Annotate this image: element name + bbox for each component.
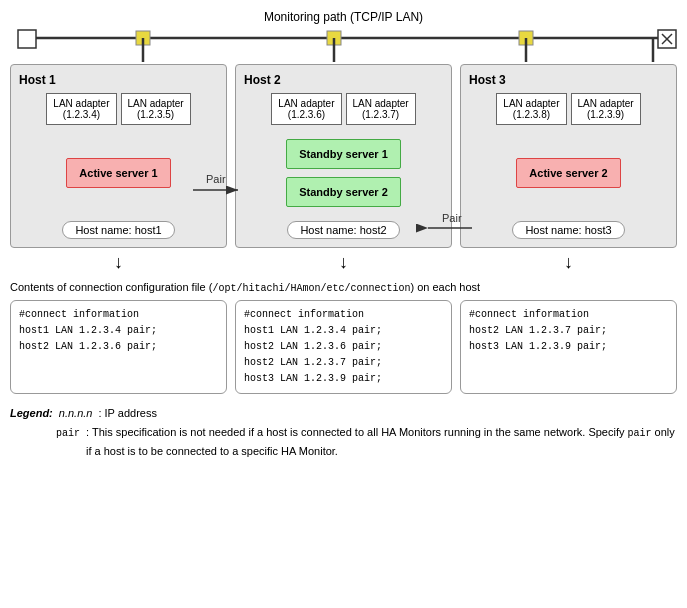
- host3-title: Host 3: [469, 73, 668, 87]
- standby-server-1: Standby server 1: [286, 139, 401, 169]
- host2-server-area: Standby server 1 Standby server 2: [244, 133, 443, 213]
- diagram-area: Monitoring path (TCP/IP LAN): [10, 10, 677, 460]
- host1-adapter-1: LAN adapter (1.2.3.4): [46, 93, 116, 125]
- monitoring-line-svg: [10, 26, 677, 62]
- host2-box: Host 2 LAN adapter (1.2.3.6) LAN adapter…: [235, 64, 452, 248]
- host2-name-row: Host name: host2: [244, 213, 443, 239]
- host2-adapter-1: LAN adapter (1.2.3.6): [271, 93, 341, 125]
- host3-adapters: LAN adapter (1.2.3.8) LAN adapter (1.2.3…: [469, 93, 668, 125]
- down-arrows-row: ↓ ↓ ↓: [10, 252, 677, 273]
- host1-server-area: Active server 1: [19, 133, 218, 213]
- host2-adapters: LAN adapter (1.2.3.6) LAN adapter (1.2.3…: [244, 93, 443, 125]
- standby-server-2: Standby server 2: [286, 177, 401, 207]
- host3-adapter-2: LAN adapter (1.2.3.9): [571, 93, 641, 125]
- host1-box: Host 1 LAN adapter (1.2.3.4) LAN adapter…: [10, 64, 227, 248]
- host2-adapter-2: LAN adapter (1.2.3.7): [346, 93, 416, 125]
- host2-title: Host 2: [244, 73, 443, 87]
- monitoring-path-label: Monitoring path (TCP/IP LAN): [10, 10, 677, 24]
- config-box-3: #connect information host2 LAN 1.2.3.7 p…: [460, 300, 677, 394]
- host3-server-area: Active server 2: [469, 133, 668, 213]
- host1-adapters: LAN adapter (1.2.3.4) LAN adapter (1.2.3…: [19, 93, 218, 125]
- host3-box: Host 3 LAN adapter (1.2.3.8) LAN adapter…: [460, 64, 677, 248]
- hosts-row: Host 1 LAN adapter (1.2.3.4) LAN adapter…: [10, 64, 677, 248]
- down-arrow-2: ↓: [235, 252, 452, 273]
- legend-pair-desc: : This specification is not needed if a …: [86, 423, 677, 461]
- config-box-1: #connect information host1 LAN 1.2.3.4 p…: [10, 300, 227, 394]
- config-boxes-row: #connect information host1 LAN 1.2.3.4 p…: [10, 300, 677, 394]
- host3-adapter-1: LAN adapter (1.2.3.8): [496, 93, 566, 125]
- legend-nnnn-term: n.n.n.n: [59, 404, 93, 423]
- active-server-2: Active server 2: [516, 158, 620, 188]
- config-box-2: #connect information host1 LAN 1.2.3.4 p…: [235, 300, 452, 394]
- host3-name-row: Host name: host3: [469, 213, 668, 239]
- active-server-1: Active server 1: [66, 158, 170, 188]
- down-arrow-3: ↓: [460, 252, 677, 273]
- svg-rect-1: [18, 30, 36, 48]
- config-section: Contents of connection configuration fil…: [10, 281, 677, 394]
- host2-servers: Standby server 1 Standby server 2: [286, 139, 401, 207]
- hosts-wrapper: Host 1 LAN adapter (1.2.3.4) LAN adapter…: [10, 64, 677, 248]
- legend-section: Legend: n.n.n.n : IP address pair : This…: [10, 404, 677, 460]
- legend-nnnn-desc: : IP address: [98, 404, 157, 423]
- host1-adapter-2: LAN adapter (1.2.3.5): [121, 93, 191, 125]
- host1-badge: Host name: host1: [62, 221, 174, 239]
- host3-badge: Host name: host3: [512, 221, 624, 239]
- host1-title: Host 1: [19, 73, 218, 87]
- config-intro-line: Contents of connection configuration fil…: [10, 281, 677, 294]
- host2-badge: Host name: host2: [287, 221, 399, 239]
- legend-title: Legend:: [10, 404, 53, 423]
- down-arrow-1: ↓: [10, 252, 227, 273]
- host1-name-row: Host name: host1: [19, 213, 218, 239]
- legend-pair-term: pair: [56, 425, 80, 442]
